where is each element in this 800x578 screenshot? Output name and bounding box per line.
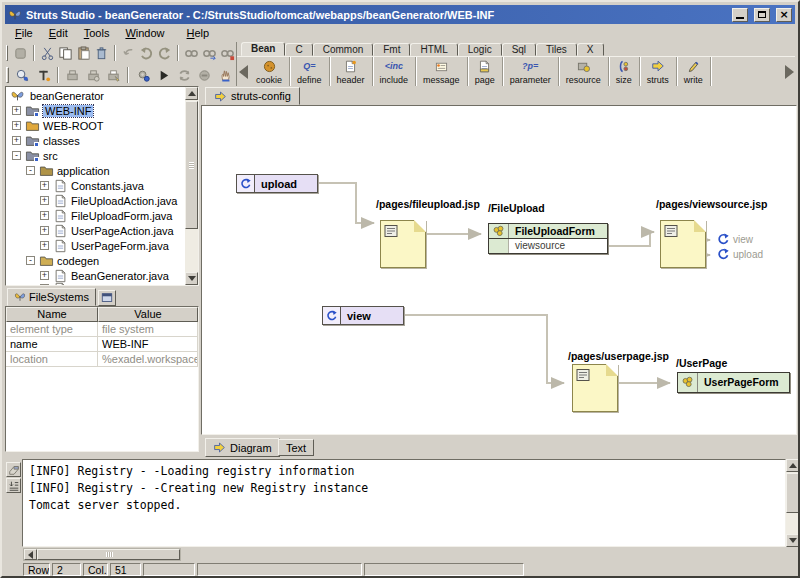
expander-icon[interactable]: -: [26, 256, 35, 265]
prop-value[interactable]: file system: [98, 322, 198, 337]
jsp-node-fileupload[interactable]: [380, 220, 426, 268]
tree-item-classes[interactable]: +classes: [6, 134, 186, 149]
expander-icon[interactable]: +: [40, 211, 49, 220]
menu-tools[interactable]: Tools: [76, 25, 118, 41]
clear-console-button[interactable]: [6, 462, 21, 477]
palette-tab-tiles[interactable]: Tiles: [536, 43, 577, 56]
palette-item-resource[interactable]: resource: [559, 57, 609, 86]
prop-name[interactable]: element type: [6, 322, 98, 337]
tree-item-fileuploadform-java[interactable]: +FileUploadForm.java: [6, 209, 186, 224]
scrollbar-thumb[interactable]: [185, 101, 198, 229]
delete-button[interactable]: [93, 43, 110, 63]
palette-tab-logic[interactable]: Logic: [458, 43, 502, 56]
menu-help[interactable]: Help: [179, 25, 218, 41]
log-console[interactable]: [INFO] Registry - -Loading registry info…: [22, 459, 786, 547]
tree-item-userpageaction-java[interactable]: +UserPageAction.java: [6, 224, 186, 239]
scroll-up-button[interactable]: [786, 459, 799, 472]
prop-name[interactable]: name: [6, 337, 98, 352]
run-button[interactable]: [154, 65, 174, 85]
link-upload[interactable]: upload: [717, 248, 763, 260]
tree-item-src[interactable]: -src: [6, 149, 186, 164]
expander-icon[interactable]: +: [12, 136, 21, 145]
stop-button[interactable]: [195, 65, 215, 85]
tree-item-fileuploadaction-java[interactable]: +FileUploadAction.java: [6, 194, 186, 209]
build-button[interactable]: [133, 65, 153, 85]
tree-item-web-inf[interactable]: +WEB-INF: [6, 104, 186, 119]
close-button[interactable]: ×: [776, 8, 792, 22]
expander-icon[interactable]: +: [12, 106, 21, 115]
column-header-name[interactable]: Name: [6, 307, 98, 322]
forward-row[interactable]: viewsource: [489, 239, 607, 253]
link-view[interactable]: view: [717, 233, 753, 245]
palette-tab-common[interactable]: Common: [313, 43, 374, 56]
expander-icon[interactable]: +: [40, 181, 49, 190]
column-header-value[interactable]: Value: [98, 307, 198, 322]
tab-diagram[interactable]: Diagram: [205, 438, 280, 457]
prop-value[interactable]: %exadel.workspace...: [98, 352, 198, 367]
palette-tab-sql[interactable]: Sql: [502, 43, 536, 56]
expander-icon[interactable]: +: [12, 121, 21, 130]
pointer-button[interactable]: [215, 65, 235, 85]
tree-item-formelement-java[interactable]: +FormElement.java: [6, 278, 186, 286]
title-bar[interactable]: Struts Studio - beanGenerator - C:/Strut…: [5, 5, 795, 24]
save-button[interactable]: [12, 43, 29, 63]
toolbar-handle[interactable]: [6, 67, 9, 83]
tree-item-application[interactable]: -application: [6, 164, 186, 179]
copy-button[interactable]: [57, 43, 74, 63]
zoom-preferences-button[interactable]: [13, 65, 33, 85]
palette-item-write[interactable]: write: [677, 57, 711, 86]
scroll-down-button[interactable]: [185, 272, 198, 285]
action-node-upload[interactable]: upload: [236, 174, 318, 193]
palette-item-define[interactable]: Q=define: [290, 57, 330, 86]
palette-tab-c[interactable]: C: [285, 43, 312, 56]
filesystems-panel-button[interactable]: [98, 290, 116, 306]
diagram-canvas[interactable]: upload /pages/fileupload.jsp /FileUpload…: [201, 105, 797, 435]
minimize-button[interactable]: [732, 8, 748, 22]
expander-icon[interactable]: -: [12, 151, 21, 160]
tab-text[interactable]: Text: [278, 439, 314, 456]
palette-item-cookie[interactable]: cookie: [249, 57, 290, 86]
menu-file[interactable]: File: [7, 25, 41, 41]
menu-window[interactable]: Window: [117, 25, 172, 41]
prop-name[interactable]: location: [6, 352, 98, 367]
toolbar-handle[interactable]: [6, 45, 8, 61]
refresh-button[interactable]: [174, 65, 194, 85]
palette-item-struts[interactable]: struts: [640, 57, 677, 86]
console-hscrollbar[interactable]: [23, 548, 181, 561]
expander-icon[interactable]: -: [26, 166, 35, 175]
redo-button[interactable]: [156, 43, 173, 63]
palette-scroll-left-button[interactable]: [237, 57, 249, 86]
form-node-fileupload[interactable]: FileUploadForm viewsource: [488, 223, 608, 254]
menu-edit[interactable]: Edit: [41, 25, 76, 41]
palette-item-size[interactable]: size: [609, 57, 640, 86]
palette-tab-fmt[interactable]: Fmt: [373, 43, 410, 56]
prop-value[interactable]: WEB-INF: [98, 337, 198, 352]
console-scrollbar[interactable]: [786, 459, 799, 547]
scrollbar-thumb[interactable]: [786, 473, 799, 513]
scroll-down-button[interactable]: [786, 534, 799, 547]
jsp-node-viewsource[interactable]: [660, 220, 706, 268]
expander-icon[interactable]: +: [40, 226, 49, 235]
tree-item-root[interactable]: beanGenerator: [6, 89, 186, 104]
jsp-node-userpage[interactable]: [572, 364, 618, 412]
scroll-left-button[interactable]: [24, 549, 37, 560]
palette-item-header[interactable]: header: [330, 57, 373, 86]
scroll-up-button[interactable]: [185, 87, 198, 100]
cut-button[interactable]: [39, 43, 56, 63]
undo-button[interactable]: [138, 43, 155, 63]
format-text-button[interactable]: [33, 65, 53, 85]
palette-item-page[interactable]: page: [468, 57, 503, 86]
palette-tab-x[interactable]: X: [577, 43, 604, 56]
find-button[interactable]: [183, 43, 200, 63]
tree-item-codegen[interactable]: -codegen: [6, 254, 186, 269]
scrollbar-thumb[interactable]: [37, 549, 180, 560]
palette-tab-html[interactable]: HTML: [410, 43, 457, 56]
tree-item-constants-java[interactable]: +Constants.java: [6, 179, 186, 194]
palette-item-include[interactable]: <incinclude: [373, 57, 417, 86]
palette-item-message[interactable]: message: [416, 57, 468, 86]
find-replace-button[interactable]: [219, 43, 236, 63]
filesystems-tab[interactable]: FileSystems: [7, 288, 96, 306]
tree-scrollbar[interactable]: [185, 87, 198, 285]
expander-icon[interactable]: +: [40, 196, 49, 205]
scroll-lock-button[interactable]: [6, 478, 21, 493]
